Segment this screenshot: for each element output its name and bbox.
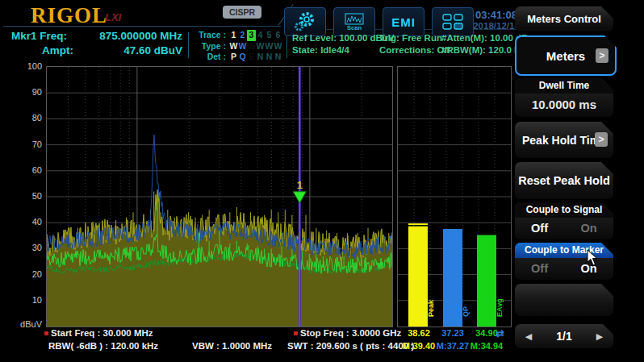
- windows-icon: [442, 14, 463, 30]
- stop-freq-dot: [294, 331, 298, 335]
- trace-info-value: W: [247, 41, 256, 52]
- empty-softkey: [515, 284, 613, 316]
- svg-text:1: 1: [297, 179, 303, 191]
- y-axis-tick: 80: [15, 113, 42, 123]
- start-freq: Start Freq : 30.000 MHz: [44, 328, 153, 338]
- meter-bar-label: Peak: [427, 299, 435, 317]
- status-trigger: Trig: Free Run Corrections: Off: [379, 32, 450, 56]
- submenu-arrow-icon: >: [596, 48, 608, 63]
- marker-freq-label: Mkr1 Freq:: [11, 29, 67, 44]
- meter-current-value: 37.23: [437, 328, 468, 338]
- prev-page-button[interactable]: ◀: [515, 331, 542, 342]
- header-divider: [3, 26, 281, 27]
- trace-info-row-label: Det :: [194, 52, 226, 63]
- trace-info-value: Q: [238, 52, 247, 63]
- trace-info: Trace :123456Type :WWWWWWDet :PQENNN: [194, 30, 284, 63]
- dwell-time-button[interactable]: Dwell Time 10.0000 ms: [515, 78, 613, 117]
- marker-freq-value: 875.000000 MHz: [99, 29, 182, 44]
- submenu-arrow-icon: >: [595, 132, 608, 147]
- trace-info-value: W: [265, 41, 274, 52]
- couple-to-signal-label: Couple to Signal: [515, 202, 613, 218]
- meters-menu-button[interactable]: Meters >: [515, 35, 617, 76]
- peak-hold-time-button[interactable]: Peak Hold Time >: [515, 122, 613, 158]
- dwell-time-value: 10.0000 ms: [515, 94, 613, 115]
- emi-label: EMI: [391, 15, 416, 29]
- corrections-text: Corrections: Off: [379, 44, 450, 56]
- analyzer-screen: RIGOL LXI CISPR Mkr1 Freq: 875.000000 MH…: [0, 0, 644, 362]
- sidebar-title: Meters Control: [515, 6, 613, 31]
- spectrum-chart: 1: [46, 66, 393, 327]
- y-axis-tick: 100: [15, 61, 42, 71]
- trace-info-value: W: [229, 41, 238, 52]
- meter-bars: PeakQPEAvg: [398, 67, 511, 327]
- cispr-badge: CISPR: [223, 6, 261, 19]
- meter-bars-panel: PeakQPEAvg: [397, 66, 512, 327]
- lxi-logo: LXI: [105, 11, 121, 23]
- trace-info-value: N: [256, 52, 265, 63]
- trace-info-value: 1: [229, 30, 238, 41]
- marker-ampt-label: Ampt:: [11, 44, 73, 58]
- y-axis-tick: 30: [15, 243, 42, 252]
- y-axis-tick: 50: [15, 191, 42, 201]
- divider: [188, 32, 189, 58]
- y-axis-tick: 10: [15, 295, 42, 305]
- scan-icon: [345, 13, 364, 25]
- trace-info-value: W: [238, 41, 247, 52]
- trace-info-value: W: [274, 41, 282, 52]
- scan-label: Scan: [347, 24, 362, 31]
- next-page-button[interactable]: ▶: [586, 331, 613, 342]
- rbw-readout: RBW( -6dB ) : 120.00 kHz: [48, 341, 158, 351]
- trace-info-value: E: [247, 52, 256, 63]
- y-axis-tick: 40: [15, 217, 42, 227]
- trace-info-value: 5: [265, 30, 274, 41]
- stop-freq: Stop Freq : 3.0000 GHz: [294, 328, 392, 338]
- trig-text: Trig: Free Run: [379, 32, 450, 44]
- couple-signal-off[interactable]: Off: [515, 222, 564, 235]
- trace-info-value: N: [265, 52, 274, 63]
- vbw-readout: VBW : 1.0000 MHz: [192, 341, 272, 351]
- marker-ampt-value: 47.60 dBuV: [123, 44, 182, 58]
- trace-info-value: 2: [238, 30, 247, 41]
- couple-marker-off[interactable]: Off: [515, 262, 564, 275]
- spectrum-traces: 1: [47, 67, 392, 327]
- start-freq-dot: [44, 331, 48, 335]
- swt-readout: SWT : 209.600 s ( pts : 4400 ): [287, 341, 392, 351]
- trace-info-value: N: [274, 52, 282, 63]
- trace-info-row: Trace :123456: [194, 30, 284, 41]
- trace-info-row-label: Trace :: [194, 30, 226, 41]
- couple-signal-on[interactable]: On: [564, 222, 613, 235]
- marker-readout: Mkr1 Freq: 875.000000 MHz Ampt: 47.60 dB…: [11, 29, 182, 58]
- trace-info-value: P: [229, 52, 238, 63]
- trace-info-value: W: [256, 41, 265, 52]
- page-navigator: ◀ 1/1 ▶: [515, 324, 613, 348]
- y-axis-tick: 60: [15, 165, 42, 175]
- y-axis-unit: dBuV: [15, 319, 42, 329]
- divider: [286, 34, 287, 58]
- page-indicator: 1/1: [542, 330, 586, 343]
- mouse-cursor: [587, 249, 600, 267]
- meter-bar-label: QP: [462, 306, 470, 317]
- trace-info-value: 4: [256, 30, 265, 41]
- y-axis-tick: 70: [15, 139, 42, 149]
- meter-current-value: 38.62: [404, 328, 434, 338]
- meter-bar-label: EAvg: [496, 298, 504, 317]
- trace-info-value: 6: [274, 30, 282, 41]
- y-axis-tick: 20: [15, 269, 42, 279]
- trace-info-row: Type :WWWWWW: [194, 41, 284, 52]
- meter-max-value: M:34.94: [466, 341, 507, 351]
- couple-to-signal-button[interactable]: Couple to Signal Off On: [515, 202, 613, 239]
- meter-swap-icon[interactable]: ⇄: [496, 327, 504, 339]
- dwell-time-label: Dwell Time: [515, 78, 613, 94]
- reset-peak-hold-button[interactable]: Reset Peak Hold: [515, 162, 613, 199]
- y-axis-tick: 90: [15, 87, 42, 97]
- trace-info-row: Det :PQENNN: [194, 52, 284, 63]
- rigol-logo: RIGOL: [31, 3, 107, 28]
- trace-info-value: 3: [247, 30, 256, 41]
- trace-info-row-label: Type :: [194, 41, 226, 52]
- gear-icon: [294, 10, 316, 33]
